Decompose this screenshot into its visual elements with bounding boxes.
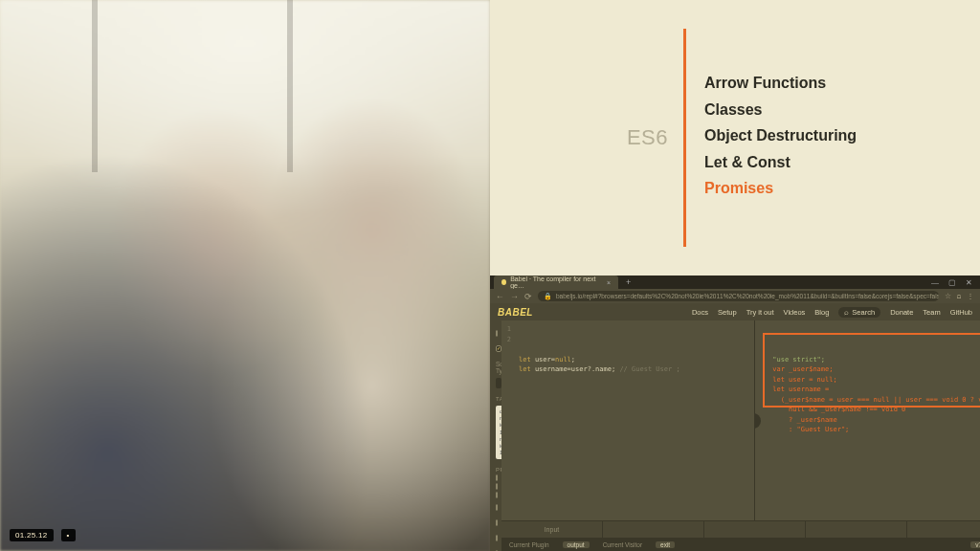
filesize-checkbox[interactable] — [496, 330, 498, 337]
console-tab-3[interactable] — [704, 521, 806, 538]
repl-body: File Size Time Travel Source Type Module… — [490, 320, 980, 551]
console-tab-4[interactable] — [806, 521, 907, 538]
url-path: /repl#?browsers=defaults%2C%20not%20ie%2… — [582, 293, 939, 299]
preset-stage2-checkbox[interactable] — [496, 519, 498, 526]
nav-forward-icon[interactable]: → — [510, 292, 519, 301]
preset-react-checkbox[interactable] — [496, 474, 498, 481]
console-tab-2[interactable] — [603, 521, 704, 538]
slide-topic-list: Arrow Functions Classes Object Destructu… — [704, 71, 857, 203]
video-still: 01.25.12 • — [0, 0, 490, 551]
babel-logo[interactable]: BABEL — [498, 307, 533, 318]
preset-typescript-checkbox[interactable] — [496, 492, 498, 498]
url-input[interactable]: 🔒 babeljs.io /repl#?browsers=defaults%2C… — [538, 291, 939, 301]
tab-close-icon[interactable]: × — [607, 279, 611, 286]
browser-tab[interactable]: Babel · The compiler for next ge… × — [494, 276, 618, 289]
slide-item-object-destructuring: Object Destructuring — [704, 123, 857, 148]
es6-slide: ES6 Arrow Functions Classes Object Destr… — [490, 0, 980, 276]
nav-setup[interactable]: Setup — [718, 308, 737, 317]
nav-donate[interactable]: Donate — [890, 308, 913, 317]
slide-item-promises: Promises — [704, 176, 857, 201]
window-maximize-icon[interactable]: ▢ — [948, 278, 956, 287]
run-arrow-icon[interactable]: › — [755, 413, 761, 429]
status-version: v7.21.1 — [970, 541, 980, 548]
preset-stage1-checkbox[interactable] — [496, 535, 498, 541]
output-editor[interactable]: › "use strict"; var _user$name; let user… — [755, 320, 980, 520]
console-strip: Input — [501, 520, 980, 538]
nav-reload-icon[interactable]: ⟳ — [524, 292, 532, 301]
repl-sidebar: File Size Time Travel Source Type Module… — [490, 320, 501, 551]
right-pane: ES6 Arrow Functions Classes Object Destr… — [490, 0, 980, 551]
nav-github[interactable]: GitHub — [950, 308, 972, 317]
nav-blog[interactable]: Blog — [814, 308, 829, 317]
search-icon: ⌕ — [844, 308, 849, 317]
window-minimize-icon[interactable]: — — [931, 278, 939, 287]
status-bar: Current Plugin output Current Visitor ex… — [501, 538, 980, 551]
status-plugin-label: Current Plugin — [509, 541, 549, 548]
browser-window: Babel · The compiler for next ge… × + — … — [490, 276, 980, 551]
preset-stage3-checkbox[interactable] — [496, 504, 498, 511]
extensions-icon[interactable]: ⩍ — [957, 292, 961, 300]
nav-videos[interactable]: Videos — [784, 308, 806, 317]
hud-timecode: 01.25.12 — [10, 529, 54, 541]
slide-divider — [683, 29, 686, 247]
nav-back-icon[interactable]: ← — [496, 292, 504, 301]
input-gutter: 1 2 — [503, 324, 511, 344]
search-label: Search — [852, 308, 875, 317]
input-editor[interactable]: 1 2 let user=null; let username=user?.na… — [501, 320, 755, 520]
site-header: BABEL Docs Setup Try it out Videos Blog … — [490, 303, 980, 320]
browser-menu-icon[interactable]: ⋮ — [967, 292, 974, 300]
new-tab-button[interactable]: + — [626, 277, 631, 287]
slide-heading: ES6 — [627, 125, 668, 150]
url-host: babeljs.io — [556, 293, 582, 299]
window-close-icon[interactable]: ✕ — [966, 278, 972, 287]
status-visitor-label: Current Visitor — [603, 541, 642, 548]
nav-team[interactable]: Team — [923, 308, 940, 317]
nav-tryitout[interactable]: Try it out — [746, 308, 774, 317]
status-plugin-value: output — [563, 541, 590, 548]
photo-placeholder — [0, 0, 490, 551]
hud-marker: • — [61, 529, 76, 541]
slide-item-let-const: Let & Const — [704, 150, 857, 175]
favicon-icon — [501, 279, 506, 285]
preset-flow-checkbox[interactable] — [496, 483, 498, 490]
tab-title: Babel · The compiler for next ge… — [510, 276, 597, 289]
video-hud: 01.25.12 • — [10, 529, 76, 541]
site-nav: Docs Setup Try it out Videos Blog ⌕ Sear… — [692, 307, 972, 318]
console-tab-5[interactable] — [907, 521, 980, 538]
browser-address-bar: ← → ⟳ 🔒 babeljs.io /repl#?browsers=defau… — [490, 289, 980, 303]
browser-tabbar: Babel · The compiler for next ge… × + — … — [490, 276, 980, 289]
slide-item-classes: Classes — [704, 98, 857, 122]
repl-panes: 1 2 let user=null; let username=user?.na… — [501, 320, 980, 551]
console-tab-input[interactable]: Input — [501, 521, 603, 538]
status-visitor-value: exit — [656, 541, 675, 548]
lock-icon: 🔒 — [544, 293, 552, 300]
slide-item-arrow-functions: Arrow Functions — [704, 71, 857, 96]
site-search[interactable]: ⌕ Search — [838, 307, 880, 318]
bookmark-icon[interactable]: ☆ — [945, 292, 951, 300]
nav-docs[interactable]: Docs — [692, 308, 708, 317]
